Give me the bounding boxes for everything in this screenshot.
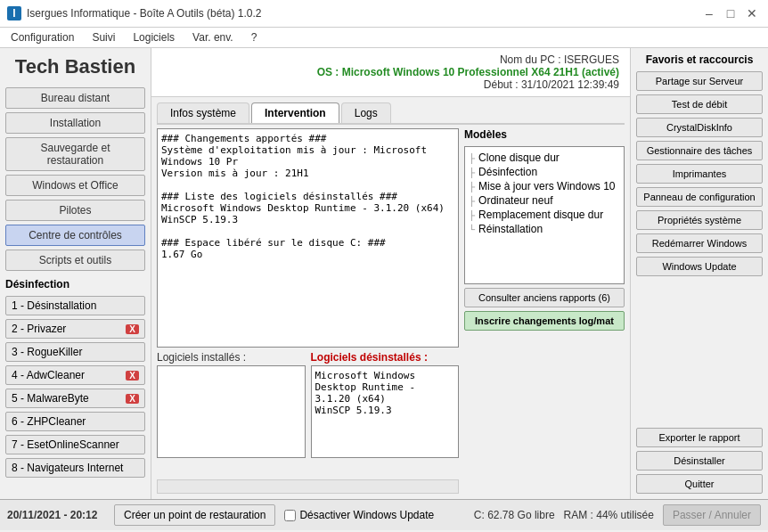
quitter-button[interactable]: Quitter xyxy=(636,474,763,494)
tree-icon: ├ xyxy=(469,153,475,163)
menu-configuration[interactable]: Configuration xyxy=(7,29,78,45)
pass-annuler-button[interactable]: Passer / Annuler xyxy=(663,504,761,526)
centre-controles-button[interactable]: Centre de contrôles xyxy=(5,225,145,246)
right-intervention: Modèles ├Clone disque dur ├Désinfection … xyxy=(464,128,625,494)
desinfect-3[interactable]: 3 - RogueKiller xyxy=(5,342,145,362)
menu-help[interactable]: ? xyxy=(248,29,261,45)
fav-gestionnaire-taches[interactable]: Gestionnaire des tâches xyxy=(636,141,763,160)
pilotes-button[interactable]: Pilotes xyxy=(5,200,145,221)
badge-2: X xyxy=(126,324,139,334)
desinfect-8[interactable]: 8 - Navigateurs Internet xyxy=(5,458,145,478)
restore-button[interactable]: Créer un point de restauration xyxy=(114,504,275,526)
app-icon: I xyxy=(7,6,21,20)
bureau-distant-button[interactable]: Bureau distant xyxy=(5,87,145,109)
menu-suivi[interactable]: Suivi xyxy=(88,29,118,45)
uninstalled-section: Logiciels désinstallés : xyxy=(311,351,460,458)
ram-info: RAM : 44% utilisée xyxy=(564,509,654,521)
pc-name: Nom du PC : ISERGUES xyxy=(162,53,619,66)
desinfect-6[interactable]: 6 - ZHPCleaner xyxy=(5,412,145,431)
maximize-button[interactable]: □ xyxy=(722,5,739,21)
model-remplacement[interactable]: ├Remplacement disque dur xyxy=(469,208,620,222)
installed-label: Logiciels installés : xyxy=(157,351,306,364)
desinfect-1[interactable]: 1 - Désinstallation xyxy=(5,296,145,315)
horizontal-scrollbar[interactable] xyxy=(157,479,459,494)
models-list: ├Clone disque dur ├Désinfection ├Mise à … xyxy=(464,146,625,284)
badge-5: X xyxy=(126,394,139,404)
fav-windows-update[interactable]: Windows Update xyxy=(636,257,763,276)
fav-imprimantes[interactable]: Imprimantes xyxy=(636,164,763,184)
tree-icon: ├ xyxy=(469,182,475,192)
tabs-area: Infos système Intervention Logs Logiciel… xyxy=(151,97,630,499)
models-title: Modèles xyxy=(464,128,625,141)
right-panel: Favoris et raccourcis Partage sur Serveu… xyxy=(630,48,768,499)
fav-crystaldiskinfo[interactable]: CrystalDiskInfo xyxy=(636,118,763,137)
installed-section: Logiciels installés : xyxy=(157,351,306,458)
fav-partage-serveur[interactable]: Partage sur Serveur xyxy=(636,71,763,91)
model-clone[interactable]: ├Clone disque dur xyxy=(469,151,620,165)
disk-info: C: 62.78 Go libre xyxy=(474,509,555,521)
installation-button[interactable]: Installation xyxy=(5,112,145,134)
model-maj-win10[interactable]: ├Mise à jour vers Windows 10 xyxy=(469,179,620,193)
desinfect-7[interactable]: 7 - EsetOnlineScanner xyxy=(5,435,145,454)
sauvegarde-button[interactable]: Sauvegarde et restauration xyxy=(5,137,145,171)
tree-icon: ├ xyxy=(469,168,475,177)
fav-redemarrer-windows[interactable]: Redémarrer Windows xyxy=(636,233,763,253)
uninstalled-label: Logiciels désinstallés : xyxy=(311,351,460,364)
desinfect-5[interactable]: 5 - MalwareByteX xyxy=(5,389,145,408)
model-reinstallation[interactable]: └Réinstallation xyxy=(469,222,620,236)
desinfect-2[interactable]: 2 - PrivazerX xyxy=(5,319,145,339)
uninstalled-list-textarea[interactable] xyxy=(311,365,460,458)
center-panel: Nom du PC : ISERGUES OS : Microsoft Wind… xyxy=(151,48,630,499)
tab-infos-systeme[interactable]: Infos système xyxy=(157,102,249,123)
app-title: Tech Bastien xyxy=(5,55,145,78)
bottom-bar: 20/11/2021 - 20:12 Créer un point de res… xyxy=(0,499,768,530)
favorites-title: Favoris et raccourcis xyxy=(636,53,763,66)
tree-icon: ├ xyxy=(469,210,475,220)
log-changes-button[interactable]: Inscrire changements log/mat xyxy=(464,311,625,331)
scripts-outils-button[interactable]: Scripts et outils xyxy=(5,250,145,271)
top-info: Nom du PC : ISERGUES OS : Microsoft Wind… xyxy=(151,48,630,97)
tab-intervention[interactable]: Intervention xyxy=(251,102,339,123)
menu-logiciels[interactable]: Logiciels xyxy=(129,29,178,45)
tree-icon: └ xyxy=(469,225,475,234)
installed-list-textarea[interactable] xyxy=(157,365,306,458)
minimize-button[interactable]: – xyxy=(700,5,718,21)
fav-proprietes-systeme[interactable]: Propriétés système xyxy=(636,210,763,230)
disable-update-checkbox[interactable]: Désactiver Windows Update xyxy=(284,509,434,521)
menu-bar: Configuration Suivi Logiciels Var. env. … xyxy=(0,28,768,48)
menu-varenv[interactable]: Var. env. xyxy=(189,29,237,45)
left-text-area: Logiciels installés : Logiciels désinsta… xyxy=(157,128,459,494)
update-checkbox-label: Désactiver Windows Update xyxy=(299,509,434,521)
tab-bar: Infos système Intervention Logs xyxy=(157,102,625,125)
fav-test-debit[interactable]: Test de débit xyxy=(636,94,763,114)
left-panel: Tech Bastien Bureau distant Installation… xyxy=(0,48,151,499)
windows-office-button[interactable]: Windows et Office xyxy=(5,175,145,196)
badge-4: X xyxy=(126,371,139,381)
close-button[interactable]: ✕ xyxy=(743,5,761,21)
desinfect-4[interactable]: 4 - AdwCleanerX xyxy=(5,365,145,385)
desinfection-title: Désinfection xyxy=(5,278,145,291)
export-rapport-button[interactable]: Exporter le rapport xyxy=(636,428,763,447)
intervention-content: Logiciels installés : Logiciels désinsta… xyxy=(157,128,625,494)
title-bar: I Isergues Informatique - Boîte A Outils… xyxy=(0,0,768,28)
fav-panneau-configuration[interactable]: Panneau de configuration xyxy=(636,187,763,207)
bottom-date: 20/11/2021 - 20:12 xyxy=(7,509,105,521)
tab-logs[interactable]: Logs xyxy=(341,102,391,123)
model-desinfection[interactable]: ├Désinfection xyxy=(469,165,620,179)
tree-icon: ├ xyxy=(469,196,475,206)
fav-spacer xyxy=(636,280,763,424)
title-bar-controls: – □ ✕ xyxy=(700,5,761,21)
title-bar-left: I Isergues Informatique - Boîte A Outils… xyxy=(7,6,261,20)
title-bar-title: Isergues Informatique - Boîte A Outils (… xyxy=(27,7,261,20)
changelog-textarea[interactable] xyxy=(157,128,459,348)
update-checkbox-input[interactable] xyxy=(284,510,296,521)
consult-reports-button[interactable]: Consulter anciens rapports (6) xyxy=(464,288,625,307)
date-line: Début : 31/10/2021 12:39:49 xyxy=(162,78,619,91)
model-ordi-neuf[interactable]: ├Ordinateur neuf xyxy=(469,193,620,208)
main-container: Tech Bastien Bureau distant Installation… xyxy=(0,48,768,530)
content-area: Tech Bastien Bureau distant Installation… xyxy=(0,48,768,499)
os-name: OS : Microsoft Windows 10 Professionnel … xyxy=(162,66,619,78)
desinstaller-button[interactable]: Désinstaller xyxy=(636,451,763,471)
